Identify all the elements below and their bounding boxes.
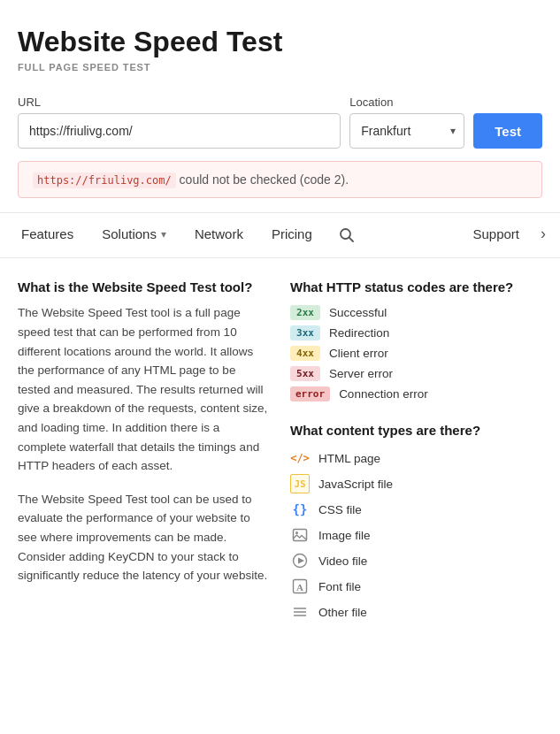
- status-label-4xx: Client error: [329, 347, 388, 360]
- font-icon: A: [290, 577, 310, 596]
- badge-5xx: 5xx: [290, 366, 320, 381]
- nav-item-features[interactable]: Features: [7, 213, 88, 257]
- nav-item-network[interactable]: Network: [180, 213, 257, 257]
- content-types-question: What content types are there?: [290, 423, 542, 438]
- status-codes-question: What HTTP status codes are there?: [290, 279, 542, 294]
- test-button[interactable]: Test: [473, 113, 542, 149]
- html-icon: </>: [290, 448, 310, 468]
- badge-error: error: [290, 386, 330, 401]
- url-group: URL: [18, 96, 341, 149]
- nav-item-solutions[interactable]: Solutions ▾: [88, 213, 180, 257]
- location-select[interactable]: Frankfurt New York Los Angeles Singapore…: [349, 113, 464, 149]
- svg-rect-2: [294, 530, 307, 541]
- image-icon: [290, 525, 310, 545]
- nav-bar: Features Solutions ▾ Network Pricing Sup…: [0, 212, 560, 258]
- badge-4xx: 4xx: [290, 346, 320, 361]
- more-icon: ›: [541, 225, 546, 243]
- content-type-html: </> HTML page: [290, 448, 542, 468]
- content-types-section: What content types are there? </> HTML p…: [290, 423, 542, 622]
- faq-left-answer-1: The Website Speed Test tool is a full pa…: [18, 303, 269, 475]
- content-type-js: JS JavaScript file: [290, 474, 542, 493]
- content-type-js-label: JavaScript file: [318, 478, 393, 491]
- video-icon: [290, 551, 310, 570]
- nav-item-pricing[interactable]: Pricing: [257, 213, 326, 257]
- content-type-other-label: Other file: [318, 606, 367, 619]
- nav-item-support[interactable]: Support: [458, 213, 533, 257]
- faq-left-question: What is the Website Speed Test tool?: [18, 279, 269, 294]
- content-area: What is the Website Speed Test tool? The…: [0, 258, 560, 649]
- status-item-error: error Connection error: [290, 386, 542, 401]
- content-type-video-label: Video file: [318, 554, 367, 568]
- url-label: URL: [18, 96, 341, 109]
- url-input[interactable]: [18, 113, 341, 149]
- status-codes-list: 2xx Successful 3xx Redirection 4xx Clien…: [290, 305, 542, 401]
- status-item-5xx: 5xx Server error: [290, 366, 542, 381]
- content-type-image-label: Image file: [318, 529, 371, 542]
- svg-text:A: A: [296, 582, 303, 593]
- svg-point-3: [295, 531, 298, 534]
- location-select-wrapper: Frankfurt New York Los Angeles Singapore…: [349, 113, 464, 149]
- svg-marker-5: [298, 558, 304, 564]
- content-type-font-label: Font file: [318, 580, 361, 593]
- badge-2xx: 2xx: [290, 305, 320, 320]
- left-column: What is the Website Speed Test tool? The…: [18, 279, 269, 628]
- status-label-3xx: Redirection: [329, 326, 389, 340]
- nav-item-more[interactable]: ›: [533, 213, 553, 257]
- status-codes-section: What HTTP status codes are there? 2xx Su…: [290, 279, 542, 401]
- right-column: What HTTP status codes are there? 2xx Su…: [290, 279, 542, 628]
- location-label: Location: [349, 96, 464, 109]
- status-label-2xx: Successful: [329, 306, 387, 319]
- error-banner: https://friulivg.com/ could not be check…: [18, 161, 542, 198]
- status-item-2xx: 2xx Successful: [290, 305, 542, 320]
- url-row: URL Location Frankfurt New York Los Ange…: [0, 87, 560, 161]
- svg-line-1: [349, 238, 352, 241]
- content-type-image: Image file: [290, 525, 542, 545]
- status-item-3xx: 3xx Redirection: [290, 325, 542, 340]
- error-message: could not be checked (code 2).: [176, 172, 349, 187]
- status-label-error: Connection error: [339, 387, 428, 401]
- search-icon-button[interactable]: [326, 213, 367, 257]
- page-title: Website Speed Test: [18, 25, 542, 58]
- js-icon: JS: [290, 474, 310, 493]
- badge-3xx: 3xx: [290, 325, 320, 340]
- content-type-css: {} CSS file: [290, 500, 542, 519]
- content-type-html-label: HTML page: [318, 452, 380, 465]
- error-url: https://friulivg.com/: [33, 172, 176, 188]
- content-type-other: Other file: [290, 602, 542, 622]
- page-subtitle: FULL PAGE SPEED TEST: [18, 62, 542, 73]
- css-icon: {}: [290, 500, 310, 519]
- status-item-4xx: 4xx Client error: [290, 346, 542, 361]
- content-type-video: Video file: [290, 551, 542, 570]
- status-label-5xx: Server error: [329, 367, 393, 380]
- chevron-down-icon: ▾: [161, 228, 166, 241]
- location-group: Location Frankfurt New York Los Angeles …: [349, 96, 464, 149]
- faq-left-answer-2: The Website Speed Test tool can be used …: [18, 490, 269, 585]
- other-file-icon: [290, 602, 310, 622]
- content-type-css-label: CSS file: [318, 503, 362, 516]
- page-header: Website Speed Test FULL PAGE SPEED TEST: [0, 0, 560, 87]
- content-type-font: A Font file: [290, 577, 542, 596]
